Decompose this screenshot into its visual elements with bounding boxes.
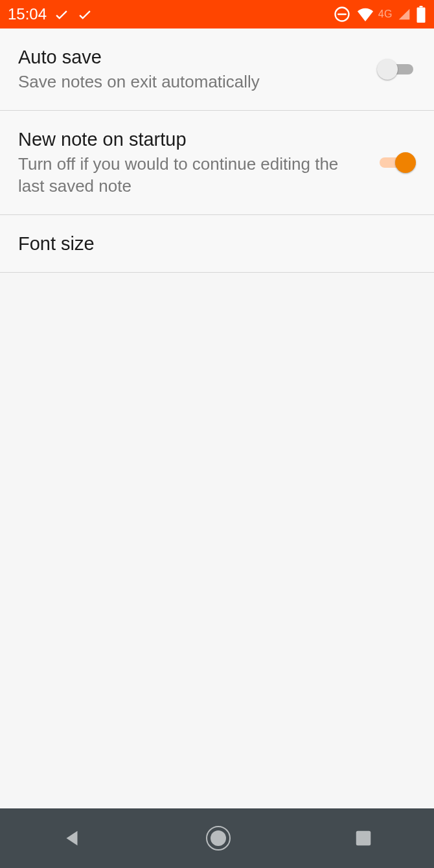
status-bar-left: 15:04 xyxy=(8,5,93,23)
check-icon xyxy=(76,6,93,23)
cellular-signal-icon xyxy=(398,8,411,21)
do-not-disturb-icon xyxy=(333,5,351,23)
status-bar-right: 4G xyxy=(333,5,426,23)
home-button[interactable] xyxy=(205,825,231,851)
setting-title: Auto save xyxy=(18,45,364,69)
setting-text: Font size xyxy=(18,232,416,255)
network-type-label: 4G xyxy=(378,8,393,20)
status-bar: 15:04 4G xyxy=(0,0,434,29)
setting-row-font-size[interactable]: Font size xyxy=(0,215,434,273)
back-button[interactable] xyxy=(61,827,83,849)
battery-icon xyxy=(416,6,426,23)
setting-description: Turn off if you would to continue editin… xyxy=(18,154,364,198)
toggle-switch-auto-save[interactable] xyxy=(377,57,416,82)
svg-rect-6 xyxy=(356,831,371,846)
setting-description: Save notes on exit automatically xyxy=(18,71,364,93)
recent-apps-button[interactable] xyxy=(354,828,373,848)
wifi-icon xyxy=(356,7,374,21)
svg-point-5 xyxy=(211,830,226,846)
setting-text: Auto save Save notes on exit automatical… xyxy=(18,45,377,93)
status-time: 15:04 xyxy=(8,5,47,23)
setting-title: Font size xyxy=(18,232,403,255)
settings-list: Auto save Save notes on exit automatical… xyxy=(0,29,434,273)
setting-text: New note on startup Turn off if you woul… xyxy=(18,128,377,198)
setting-row-new-note-on-startup[interactable]: New note on startup Turn off if you woul… xyxy=(0,111,434,215)
svg-rect-2 xyxy=(419,6,422,8)
setting-row-auto-save[interactable]: Auto save Save notes on exit automatical… xyxy=(0,29,434,111)
switch-thumb xyxy=(395,152,416,173)
check-icon xyxy=(53,6,70,23)
navigation-bar xyxy=(0,808,434,868)
toggle-switch-new-note-on-startup[interactable] xyxy=(377,150,416,175)
svg-rect-3 xyxy=(417,8,426,23)
switch-thumb xyxy=(377,59,398,80)
setting-title: New note on startup xyxy=(18,128,364,151)
